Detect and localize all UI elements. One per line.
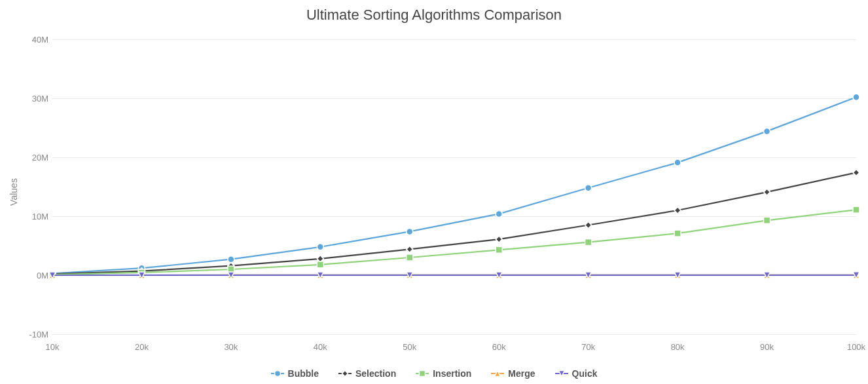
legend-item-insertion[interactable]: Insertion [416,368,471,379]
svg-marker-1 [342,371,348,377]
x-tick-label: 30k [224,342,238,352]
data-point[interactable] [407,254,413,261]
y-tick-label: 20M [20,153,48,163]
legend-item-merge[interactable]: Merge [491,368,535,379]
svg-marker-3 [495,371,501,377]
series-line-bubble [52,97,856,273]
legend: BubbleSelectionInsertionMergeQuick [0,368,868,379]
svg-marker-4 [558,371,564,377]
legend-label: Bubble [288,368,319,379]
svg-rect-2 [420,371,425,377]
x-tick-label: 70k [581,342,595,352]
data-point[interactable] [674,159,681,166]
x-tick-label: 50k [403,342,416,352]
data-point[interactable] [764,128,770,134]
legend-label: Insertion [433,368,471,379]
chart-container: Ultimate Sorting Algorithms Comparison V… [0,0,868,384]
legend-item-selection[interactable]: Selection [338,368,396,379]
x-tick-label: 80k [671,342,685,352]
data-point[interactable] [853,94,859,100]
data-point[interactable] [585,239,592,246]
y-tick-label: 10M [20,212,48,221]
data-point[interactable] [674,207,681,214]
y-tick-label: 0M [20,271,48,280]
legend-item-quick[interactable]: Quick [555,368,598,379]
data-point[interactable] [496,236,502,242]
legend-swatch [555,370,568,377]
legend-swatch [271,370,284,377]
data-point[interactable] [228,256,234,263]
x-tick-label: 90k [760,342,774,352]
legend-swatch [491,370,504,377]
data-point[interactable] [317,261,323,268]
x-tick-label: 40k [314,342,327,352]
legend-label: Selection [355,368,396,379]
svg-point-0 [274,371,280,377]
data-point[interactable] [764,217,770,223]
plot-area [0,0,868,384]
data-point[interactable] [585,185,592,191]
data-point[interactable] [764,189,770,195]
y-tick-label: -10M [20,330,48,339]
x-tick-label: 60k [492,342,506,352]
y-tick-label: 30M [20,94,48,104]
legend-label: Merge [508,368,535,379]
data-point[interactable] [496,210,502,217]
data-point[interactable] [853,169,859,176]
x-tick-label: 100k [847,342,865,352]
y-tick-label: 40M [20,35,48,45]
legend-swatch [416,370,429,377]
data-point[interactable] [585,222,592,229]
legend-swatch [338,370,352,377]
legend-item-bubble[interactable]: Bubble [271,368,319,379]
data-point[interactable] [407,246,413,252]
legend-label: Quick [572,368,598,379]
data-point[interactable] [853,206,859,213]
data-point[interactable] [496,246,502,253]
data-point[interactable] [317,244,323,250]
data-point[interactable] [674,230,681,237]
x-tick-label: 20k [135,342,149,352]
x-tick-label: 10k [46,342,60,352]
data-point[interactable] [407,228,413,235]
